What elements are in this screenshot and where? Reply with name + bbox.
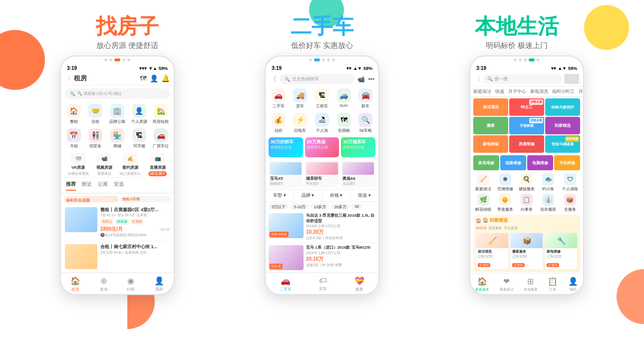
tab-apartment[interactable]: 公寓 bbox=[98, 181, 108, 191]
filter-screen[interactable]: 筛选 ▾ bbox=[350, 190, 378, 201]
nav-house[interactable]: 🏠 租房 bbox=[70, 276, 80, 292]
srv-dianlu[interactable]: 电路维修 bbox=[500, 155, 526, 170]
nav-publish[interactable]: ⊕ 发布 bbox=[100, 276, 108, 292]
more-icon[interactable]: ••• bbox=[368, 76, 374, 83]
price-5below[interactable]: 5万以下 bbox=[269, 203, 289, 210]
icon-xiyifu[interactable]: 👔 洗衣服装 bbox=[538, 194, 558, 212]
feature-sign[interactable]: ✍ 签约房源 线上签更安心 bbox=[120, 153, 141, 176]
back-icon[interactable]: 〈 bbox=[65, 74, 71, 83]
cat-minsu[interactable]: 🏡 民宿短租 bbox=[151, 104, 171, 124]
cat-roommate[interactable]: 👫 找室友 bbox=[86, 128, 106, 149]
video-icon[interactable]: 📹 bbox=[357, 76, 365, 83]
icon-yanglao[interactable]: 👴 养老服务 bbox=[495, 194, 515, 212]
banner-30wan[interactable]: 30万的轿车 超低优先之选 bbox=[269, 137, 303, 157]
icon-kongtiao[interactable]: ❄ 空调维修 bbox=[495, 173, 515, 192]
person-icon[interactable]: 👤 bbox=[150, 74, 158, 82]
icon-baishi[interactable]: 📋 白事务 bbox=[517, 194, 537, 212]
nav-home-service[interactable]: 🏠 家庭服务 bbox=[475, 277, 489, 292]
car-audi[interactable]: 奥迪A6 北京前5 bbox=[341, 161, 375, 188]
price-20plus[interactable]: 20多万 bbox=[331, 203, 349, 210]
banner-20audi[interactable]: 20万奥迪 超低优先之选 bbox=[305, 137, 339, 157]
phone3-search[interactable]: 🔍 搜一搜 bbox=[483, 74, 562, 84]
cat-quanguo[interactable]: 🗺 全国购 bbox=[334, 113, 354, 133]
cat-flash[interactable]: ⚡ 闪电车 bbox=[291, 113, 311, 133]
srv-zhongdian[interactable]: 钟点工 消毒杀菌 bbox=[509, 98, 544, 116]
car-listing-1[interactable]: 优选·58创业 马自达 3 昂克赛拉三厢 2016款 1.5L 自动舒适型 20… bbox=[266, 211, 378, 243]
srv-jiaju[interactable]: 家具维修 bbox=[473, 155, 499, 170]
price-5-10[interactable]: 5-10万 bbox=[291, 203, 309, 210]
rec-baojie[interactable]: 🧹 保洁清洗 已售3255 立省50 bbox=[476, 233, 509, 270]
tab-selected[interactable]: 安选 bbox=[114, 181, 124, 191]
phone1-search[interactable]: 🔍 🔍 请搜索小区/公司/地址 bbox=[65, 88, 170, 99]
cat-gujia[interactable]: 💰 估价 bbox=[269, 113, 289, 133]
map-icon[interactable]: 🗺 bbox=[140, 74, 147, 82]
cat-gongcheng[interactable]: 🏗 工程车 bbox=[312, 88, 332, 109]
srv-banjia[interactable]: 搬家 bbox=[473, 117, 508, 134]
srv-baomu[interactable]: 保姆/月嫂/陪护 bbox=[545, 98, 580, 116]
filter-model[interactable]: 车型 ▾ bbox=[266, 190, 294, 201]
icon-quanfuwu[interactable]: 📦 全服务 bbox=[560, 194, 580, 212]
car-german[interactable]: 德系轿车 华东前5 bbox=[305, 161, 339, 188]
tab-cleaning[interactable]: 家庭保洁 bbox=[473, 88, 491, 94]
tab-recommend[interactable]: 推荐 bbox=[66, 181, 76, 191]
listing-2[interactable]: 合租丨南七家庄村中心街 1... 2室主卧·54.8㎡·金泰先锋·次卧 bbox=[61, 241, 174, 273]
cat-office[interactable]: 🏗 写字楼 bbox=[129, 128, 149, 149]
car-listing-2[interactable]: 优选·签 宝马 1系（进口）2016款 宝马M125i 2016年上牌·3.5万… bbox=[266, 243, 378, 273]
nav-mine3[interactable]: 👤 我的 bbox=[568, 277, 578, 292]
cat-suv[interactable]: 🚙 SUV bbox=[334, 88, 354, 109]
back-icon2[interactable]: 〈 bbox=[270, 75, 277, 84]
rec-banjia[interactable]: 📦 搬家服务 已售3255 立省20 bbox=[510, 233, 543, 270]
nav-service[interactable]: 💝 服务 bbox=[354, 276, 364, 292]
filter-brand[interactable]: 品牌 ▾ bbox=[294, 190, 322, 201]
nav-family-clean[interactable]: ❤ 家庭保洁 bbox=[500, 277, 514, 292]
cat-hezu[interactable]: 🤝 合租 bbox=[86, 104, 106, 124]
banner-1[interactable]: 保利百合花园 温馨一居 3000-4000 bbox=[64, 196, 118, 202]
back-icon3[interactable]: 〈 bbox=[474, 75, 480, 83]
feature-vr[interactable]: 🥽 VR房源 仿佛全景看房 bbox=[68, 153, 89, 176]
filter-price[interactable]: 价格 ▾ bbox=[322, 190, 351, 201]
icon-jiating[interactable]: 🧹 家庭保洁 bbox=[473, 173, 493, 192]
tab-more[interactable]: 月 bbox=[579, 88, 583, 94]
cat-huoche[interactable]: 🚚 货车 bbox=[291, 88, 311, 109]
cat-check[interactable]: 🔍 58车检 bbox=[355, 113, 375, 133]
cat-shop[interactable]: 🏪 商铺 bbox=[107, 128, 127, 149]
icon-jianfan[interactable]: 🍳 健饭服务 bbox=[517, 173, 537, 192]
srv-fangwu[interactable]: 房屋维修 bbox=[509, 135, 544, 153]
nav-buy[interactable]: 🏷 买车 bbox=[319, 276, 327, 292]
feature-live[interactable]: 📺 直播房源 9家直播中 bbox=[148, 153, 167, 176]
cat-brand[interactable]: 🏢 品牌公寓 bbox=[107, 104, 127, 124]
car-bmwx5[interactable]: 宝马X5 南南前5 bbox=[269, 161, 303, 188]
listing-1[interactable]: 整租丨吕营嘉园C区 4室2厅... 1室·42.1㎡·慈云寺小区·玉泉营 有阳台… bbox=[61, 204, 174, 242]
srv-guandao[interactable]: 管道/马桶疏通 限时特惠 bbox=[545, 135, 580, 153]
cat-zhenzu[interactable]: 🏠 整租 bbox=[64, 104, 84, 124]
rec-jiadian2[interactable]: 🔧 家电维修 已售3255 立省20 bbox=[545, 233, 578, 270]
bell-icon[interactable]: 🔔 bbox=[161, 74, 170, 82]
srv-shouji[interactable]: 手机维修 bbox=[554, 155, 580, 170]
tab-yuezi[interactable]: 月子中心 bbox=[508, 88, 526, 94]
icon-xianhua[interactable]: 🌿 鲜花绿植 bbox=[473, 194, 493, 212]
feature-video[interactable]: 📹 视频房源 看更真实 bbox=[96, 153, 112, 176]
price-10plus[interactable]: 10多万 bbox=[311, 203, 329, 210]
nav-trip[interactable]: ◉ 行程 bbox=[127, 276, 135, 292]
banner-30german[interactable]: 30万德系车 超低优先之选 bbox=[341, 137, 375, 157]
cat-personal[interactable]: 👤 个人房源 bbox=[129, 104, 149, 124]
cat-ercheshou[interactable]: 🚗 二手车 bbox=[269, 88, 289, 109]
price-30[interactable]: 30 bbox=[351, 203, 362, 210]
cat-xinche[interactable]: 🚘 新车 bbox=[355, 88, 375, 109]
icon-diaoyu[interactable]: 🐟 钓小鱼 bbox=[538, 173, 558, 192]
nav-car[interactable]: 🚗 二手车 bbox=[280, 276, 292, 292]
tab-appliance[interactable]: 家电清洗 bbox=[530, 88, 548, 94]
srv-kaisuo[interactable]: 开锁换锁 消毒杀菌 bbox=[509, 117, 544, 134]
srv-jiadian[interactable]: 家电维修 bbox=[473, 135, 508, 153]
srv-diannao[interactable]: 电脑维修 bbox=[527, 155, 553, 170]
nav-mine[interactable]: 👤 我的 bbox=[154, 276, 164, 292]
nav-orders[interactable]: 📋 订单 bbox=[548, 277, 558, 292]
icon-baoxian[interactable]: 🛡 个人保险 bbox=[560, 173, 580, 192]
tab-hourly[interactable]: 临时小时工 bbox=[552, 88, 575, 94]
tab-express[interactable]: 快递 bbox=[495, 88, 504, 94]
tab-nearby[interactable]: 附近 bbox=[82, 181, 92, 191]
banner-2[interactable]: 热租小区榜 bbox=[120, 196, 171, 202]
srv-daojia[interactable]: 到家精选 bbox=[545, 117, 580, 134]
nav-local-service[interactable]: ⊞ 本地服务 bbox=[524, 277, 538, 292]
cat-gerenyou[interactable]: 🏖 个人游 bbox=[312, 113, 332, 133]
